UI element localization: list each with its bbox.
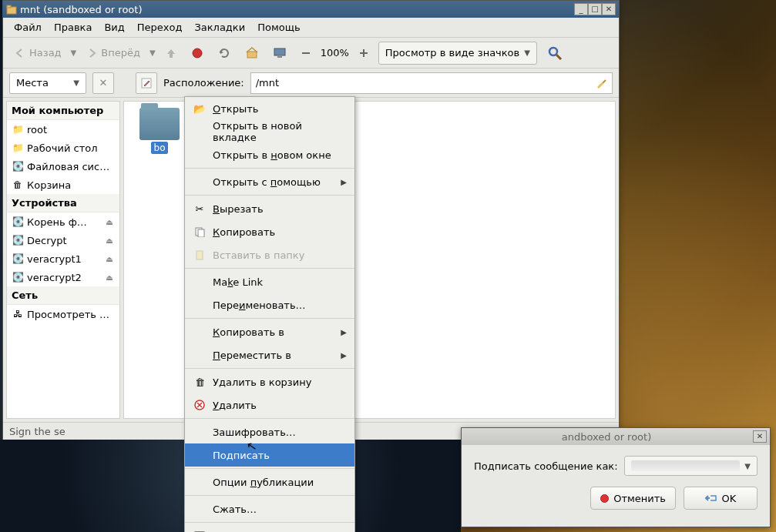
close-panel-button[interactable]: ✕ — [92, 72, 114, 94]
arrow-up-icon — [165, 47, 177, 59]
arrow-right-icon — [86, 47, 98, 59]
menu-view[interactable]: Вид — [98, 18, 130, 36]
arrow-right-icon: ▶ — [341, 178, 347, 186]
svg-rect-15 — [197, 251, 203, 259]
ctx-open-with[interactable]: Открыть с помощью▶ — [185, 170, 354, 193]
folder-icon — [6, 4, 17, 15]
ctx-make-link[interactable]: Make Link — [185, 270, 354, 293]
sidebar-group-devices: Устройства — [7, 194, 119, 212]
home-icon — [245, 46, 259, 60]
eject-icon[interactable]: ⏏ — [104, 235, 115, 246]
computer-icon — [273, 46, 287, 60]
location-label: Расположение: — [163, 77, 244, 89]
trash-icon: 🗑 — [193, 375, 207, 389]
ctx-open-window[interactable]: Открыть в новом окне — [185, 143, 354, 166]
sidebar-item-root[interactable]: 📁root — [7, 120, 119, 139]
places-select[interactable]: Места ▼ — [9, 72, 86, 94]
reload-button[interactable] — [213, 42, 236, 64]
scissors-icon: ✂ — [193, 202, 207, 216]
delete-icon — [193, 398, 207, 412]
ctx-trash[interactable]: 🗑Удалить в корзину — [185, 370, 354, 393]
ctx-copy[interactable]: Копировать — [185, 220, 354, 243]
drive-icon: 💽 — [12, 271, 24, 283]
ctx-move-to[interactable]: Переместить в▶ — [185, 343, 354, 366]
edit-location-button[interactable] — [136, 72, 157, 94]
stop-button[interactable] — [186, 42, 208, 64]
back-caret[interactable]: ▼ — [71, 49, 77, 57]
maximize-button[interactable]: □ — [588, 3, 602, 15]
titlebar[interactable]: mnt (sandboxed or root) _ □ ✕ — [3, 1, 619, 18]
ok-arrow-icon — [705, 494, 717, 503]
folder-icon: 📁 — [12, 123, 24, 136]
ctx-rename[interactable]: Переименовать… — [185, 293, 354, 316]
sidebar-item-veracrypt2[interactable]: 💽veracrypt2⏏ — [7, 268, 119, 286]
location-input[interactable] — [256, 77, 595, 89]
sign-dialog: andboxed or root) ✕ Подписать сообщение … — [461, 427, 771, 527]
svg-rect-1 — [7, 5, 11, 8]
svg-rect-14 — [198, 229, 204, 237]
toolbar: Назад ▼ Вперёд ▼ 100% Просмотр в виде зн… — [3, 38, 619, 69]
file-item[interactable]: bo — [139, 108, 180, 154]
eject-icon[interactable]: ⏏ — [104, 272, 115, 283]
menu-help[interactable]: Помощь — [251, 18, 306, 36]
forward-caret[interactable]: ▼ — [149, 49, 156, 57]
menu-edit[interactable]: Правка — [48, 18, 98, 36]
ok-button[interactable]: OK — [684, 487, 758, 510]
sidebar-item-rootfs[interactable]: 💽Корень ф…⏏ — [7, 212, 119, 231]
ctx-terminal[interactable]: >_Открыть в Терминале — [185, 524, 354, 532]
stop-icon — [191, 47, 203, 59]
sidebar-group-computer: Мой компьютер — [7, 102, 119, 120]
zoom-out-button[interactable] — [296, 42, 316, 64]
ctx-sign[interactable]: Подписать — [185, 443, 354, 467]
identity-select[interactable]: ▼ — [624, 456, 758, 476]
sidebar-item-filesystem[interactable]: 💽Файловая сис… — [7, 157, 119, 176]
ctx-publish[interactable]: Опции публикации — [185, 470, 354, 494]
context-menu: 📂ООткрытьткрыть Открыть в новой вкладке … — [184, 96, 355, 532]
sidebar-item-decrypt[interactable]: 💽Decrypt⏏ — [7, 231, 119, 249]
sidebar-item-browse-network[interactable]: 🖧Просмотреть … — [7, 305, 119, 323]
terminal-icon: >_ — [193, 529, 207, 532]
eject-icon[interactable]: ⏏ — [104, 216, 115, 227]
broom-icon[interactable] — [595, 77, 607, 89]
dialog-titlebar[interactable]: andboxed or root) ✕ — [462, 428, 770, 445]
back-button[interactable]: Назад — [9, 42, 66, 64]
sidebar-item-veracrypt1[interactable]: 💽veracrypt1⏏ — [7, 249, 119, 268]
minimize-button[interactable]: _ — [574, 3, 588, 15]
ctx-open[interactable]: 📂ООткрытьткрыть — [185, 97, 354, 120]
up-button[interactable] — [160, 42, 182, 64]
caret-down-icon: ▼ — [524, 49, 530, 57]
arrow-left-icon — [14, 47, 26, 59]
menu-go[interactable]: Переход — [131, 18, 189, 36]
menu-bookmarks[interactable]: Закладки — [188, 18, 251, 36]
ctx-open-tab[interactable]: Открыть в новой вкладке — [185, 120, 354, 143]
ctx-delete[interactable]: Удалить — [185, 393, 354, 417]
drive-icon: 💽 — [12, 234, 24, 246]
ctx-encrypt[interactable]: Зашифровать… — [185, 420, 354, 443]
folder-icon: 📁 — [12, 142, 24, 154]
ctx-copy-to[interactable]: Копировать в▶ — [185, 320, 354, 343]
view-mode-select[interactable]: Просмотр в виде значков ▼ — [378, 42, 537, 65]
sidebar-item-desktop[interactable]: 📁Рабочий стол — [7, 139, 119, 157]
sidebar-item-trash[interactable]: 🗑Корзина — [7, 176, 119, 194]
svg-line-10 — [556, 55, 561, 59]
forward-button[interactable]: Вперёд — [81, 42, 145, 64]
close-button[interactable]: ✕ — [602, 3, 616, 15]
search-icon — [546, 45, 563, 62]
ctx-compress[interactable]: Сжать… — [185, 497, 354, 520]
network-icon: 🖧 — [12, 308, 24, 320]
dialog-close-button[interactable]: ✕ — [753, 430, 767, 443]
search-button[interactable] — [542, 42, 568, 64]
trash-icon: 🗑 — [12, 179, 24, 191]
zoom-in-button[interactable] — [354, 42, 374, 64]
home-button[interactable] — [240, 42, 264, 64]
ctx-cut[interactable]: ✂Вырезать — [185, 197, 354, 220]
folder-open-icon: 📂 — [193, 102, 207, 115]
zoom-level: 100% — [321, 47, 349, 59]
menu-file[interactable]: Файл — [8, 18, 48, 36]
separator — [185, 468, 354, 469]
close-icon: ✕ — [99, 77, 108, 89]
eject-icon[interactable]: ⏏ — [104, 253, 115, 264]
computer-button[interactable] — [268, 42, 291, 64]
pencil-icon — [140, 77, 153, 89]
cancel-button[interactable]: Отменить — [590, 487, 676, 510]
